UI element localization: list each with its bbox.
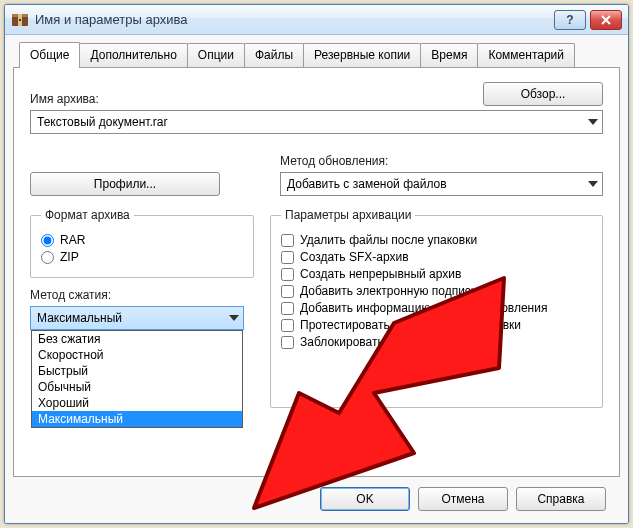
- archive-name-input[interactable]: Текстовый документ.rar: [30, 110, 603, 134]
- tab-advanced[interactable]: Дополнительно: [79, 43, 187, 67]
- compression-option[interactable]: Без сжатия: [32, 331, 242, 347]
- tab-options[interactable]: Опции: [187, 43, 245, 67]
- help-button-footer[interactable]: Справка: [516, 487, 606, 511]
- dialog-button-bar: OK Отмена Справка: [13, 477, 620, 515]
- update-method-value: Добавить с заменой файлов: [287, 177, 447, 191]
- update-method-label: Метод обновления:: [280, 154, 603, 168]
- compression-dropdown: Без сжатия Скоростной Быстрый Обычный Хо…: [31, 330, 243, 428]
- tab-comment[interactable]: Комментарий: [477, 43, 575, 67]
- svg-rect-3: [19, 19, 21, 21]
- tab-time[interactable]: Время: [420, 43, 478, 67]
- ok-button[interactable]: OK: [320, 487, 410, 511]
- browse-button[interactable]: Обзор...: [483, 82, 603, 106]
- chevron-down-icon: [588, 119, 598, 125]
- format-zip-radio[interactable]: ZIP: [41, 250, 243, 264]
- cancel-button[interactable]: Отмена: [418, 487, 508, 511]
- close-button[interactable]: [590, 10, 622, 30]
- profiles-button[interactable]: Профили...: [30, 172, 220, 196]
- chevron-down-icon: [588, 181, 598, 187]
- tabstrip: Общие Дополнительно Опции Файлы Резервны…: [19, 41, 620, 67]
- opt-signature[interactable]: Добавить электронную подпись: [281, 284, 592, 298]
- archive-name-label: Имя архива:: [30, 92, 473, 106]
- compression-label: Метод сжатия:: [30, 288, 254, 302]
- format-rar-radio[interactable]: RAR: [41, 233, 243, 247]
- window-title: Имя и параметры архива: [35, 12, 554, 27]
- archive-format-group: Формат архива RAR ZIP: [30, 208, 254, 278]
- compression-option[interactable]: Хороший: [32, 395, 242, 411]
- svg-text:?: ?: [566, 14, 573, 26]
- app-icon: [11, 11, 29, 29]
- chevron-down-icon: [229, 315, 239, 321]
- archive-params-legend: Параметры архивации: [281, 208, 415, 222]
- opt-test[interactable]: Протестировать файлы после упаковки: [281, 318, 592, 332]
- update-method-combo[interactable]: Добавить с заменой файлов: [280, 172, 603, 196]
- opt-solid[interactable]: Создать непрерывный архив: [281, 267, 592, 281]
- archive-params-group: Параметры архивации Удалить файлы после …: [270, 208, 603, 408]
- compression-option-selected[interactable]: Максимальный: [32, 411, 242, 427]
- help-button[interactable]: ?: [554, 10, 586, 30]
- dialog-window: Имя и параметры архива ? Общие Дополните…: [4, 4, 629, 524]
- compression-option[interactable]: Скоростной: [32, 347, 242, 363]
- opt-delete-after[interactable]: Удалить файлы после упаковки: [281, 233, 592, 247]
- compression-combo[interactable]: Максимальный Без сжатия Скоростной Быстр…: [30, 306, 244, 330]
- client-area: Общие Дополнительно Опции Файлы Резервны…: [5, 35, 628, 523]
- opt-recovery[interactable]: Добавить информацию для восстановления: [281, 301, 592, 315]
- compression-option[interactable]: Обычный: [32, 379, 242, 395]
- tab-general[interactable]: Общие: [19, 42, 80, 68]
- tab-files[interactable]: Файлы: [244, 43, 304, 67]
- tab-panel-general: Имя архива: Обзор... Текстовый документ.…: [13, 67, 620, 477]
- compression-option[interactable]: Быстрый: [32, 363, 242, 379]
- archive-name-value: Текстовый документ.rar: [37, 115, 167, 129]
- compression-value: Максимальный: [37, 311, 122, 325]
- archive-format-legend: Формат архива: [41, 208, 134, 222]
- tab-backup[interactable]: Резервные копии: [303, 43, 421, 67]
- opt-lock[interactable]: Заблокировать архив: [281, 335, 592, 349]
- window-buttons: ?: [554, 10, 622, 30]
- opt-sfx[interactable]: Создать SFX-архив: [281, 250, 592, 264]
- titlebar: Имя и параметры архива ?: [5, 5, 628, 35]
